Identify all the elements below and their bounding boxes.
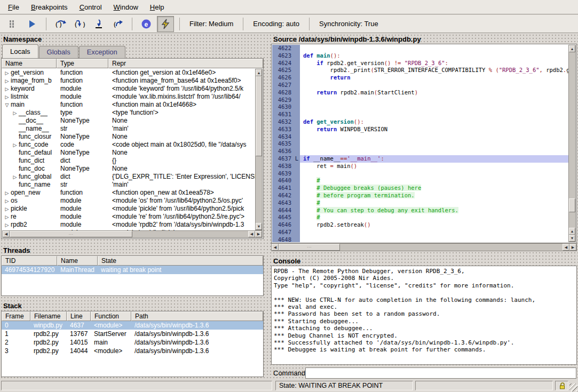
menu-window[interactable]: Window [108, 1, 144, 13]
scrollbar-thumb[interactable]: ⋯ [10, 231, 132, 237]
table-row[interactable]: ▷get_versionfunction<function get_versio… [2, 69, 255, 77]
source-line[interactable]: 4645 # [272, 214, 568, 221]
source-line[interactable]: 4644 # You can step to debug any exit ha… [272, 207, 568, 214]
table-row[interactable]: ▷__class__type<type 'function'> [2, 109, 255, 117]
menu-file[interactable]: File [2, 1, 25, 13]
go-button[interactable] [23, 16, 41, 32]
scroll-down-icon[interactable]: ▼ [256, 223, 262, 230]
column-header-frame[interactable]: Frame [2, 311, 30, 321]
source-line[interactable]: 4633 return WINPDB_VERSION [272, 126, 568, 133]
table-row[interactable]: ▷listmixmodule<module 'wx.lib.mixins.lis… [2, 93, 255, 101]
namespace-hscrollbar[interactable]: ◀ ⋯ ◀ ▶ [2, 230, 263, 238]
table-row[interactable]: ▷picklemodule<module 'pickle' from '/usr… [2, 205, 255, 213]
table-row[interactable]: ▷func_codecode<code object main at 0x180… [2, 141, 255, 149]
scroll-left-icon[interactable]: ◀ [248, 231, 255, 237]
table-row[interactable]: ▷image_from_bfunction<function image_fro… [2, 77, 255, 85]
synchronicity-button[interactable] [157, 16, 174, 32]
expander-icon[interactable]: ▷ [3, 189, 11, 197]
table-row[interactable]: __name__str'main' [2, 125, 255, 133]
expander-icon[interactable]: ▷ [3, 77, 11, 85]
column-header-type[interactable]: Type [57, 59, 108, 68]
source-line[interactable]: 4640 # [272, 177, 568, 185]
scrollbar-thumb[interactable] [569, 198, 575, 212]
column-header-path[interactable]: Path [131, 311, 263, 321]
step-button[interactable]: ( ) [71, 16, 88, 32]
source-line[interactable]: 4631 [272, 111, 568, 118]
expander-icon[interactable]: ▷ [3, 197, 11, 205]
break-button[interactable] [4, 16, 21, 32]
expander-icon[interactable]: ▷ [3, 85, 11, 93]
next-button[interactable]: () [52, 16, 69, 32]
exception-button[interactable]: e [138, 16, 155, 32]
scroll-up-icon[interactable]: ▲ [569, 45, 575, 52]
column-header-name[interactable]: Name [2, 59, 57, 68]
source-line[interactable]: 4632def get_version(): [272, 118, 568, 126]
column-header-state[interactable]: State [98, 256, 263, 266]
source-hscrollbar[interactable]: ◀ ⋯ ◀ ▶ [271, 243, 577, 251]
table-row[interactable]: __doc__NoneTypeNone [2, 117, 255, 125]
source-line[interactable]: 4627 [272, 82, 568, 89]
tab-globals[interactable]: Globals [39, 46, 78, 58]
scrollbar-thumb[interactable] [256, 76, 262, 156]
menu-control[interactable]: Control [74, 1, 108, 13]
source-line[interactable]: 4639 [272, 170, 568, 178]
expander-icon[interactable]: ▷ [3, 205, 11, 213]
scroll-up-icon[interactable]: ▲ [569, 228, 575, 235]
source-line[interactable]: 4626 return [272, 74, 568, 82]
scroll-down-icon[interactable]: ▼ [569, 235, 575, 242]
tab-exception[interactable]: Exception [79, 46, 125, 58]
source-line[interactable]: 4628 return rpdb2.main(StartClient) [272, 89, 568, 97]
source-line[interactable]: 4634 [272, 133, 568, 141]
source-line[interactable]: 4641 # Debuggee breaks (pauses) here [272, 185, 568, 192]
table-row[interactable]: 0winpdb.py4637<module>/data/sys/bin/winp… [2, 321, 263, 330]
table-row[interactable]: 2rpdb2.py14015main/data/sys/bin/winpdb-1… [2, 338, 263, 347]
source-line[interactable]: 4623def main(): [272, 52, 568, 60]
source-line[interactable]: 4646 rpdb2.setbreak() [272, 221, 568, 229]
column-header-name[interactable]: Name [57, 256, 98, 266]
column-header-repr[interactable]: Repr [108, 59, 263, 68]
expander-icon[interactable]: ▷ [3, 221, 11, 229]
source-line[interactable]: 4630 [272, 103, 568, 111]
column-header-line[interactable]: Line [67, 311, 91, 321]
source-line[interactable]: 4636 [272, 148, 568, 155]
table-row[interactable]: ▷open_newfunction<function open_new at 0… [2, 189, 255, 197]
table-row[interactable]: func_dictdict{} [2, 157, 255, 165]
scrollbar-thumb[interactable]: ⋯ [279, 244, 340, 251]
source-line[interactable]: 4629 [272, 97, 568, 104]
table-row[interactable]: func_defaulNoneTypeNone [2, 149, 255, 157]
scroll-up-icon[interactable]: ▲ [256, 69, 262, 76]
return-button[interactable]: ( [109, 16, 126, 32]
table-row[interactable]: ▷rpdb2module<module 'rpdb2' from '/data/… [2, 221, 255, 229]
command-input[interactable] [305, 367, 576, 379]
source-line[interactable]: 4643 # [272, 199, 568, 207]
expander-icon[interactable]: ▷ [11, 109, 19, 117]
source-line[interactable]: 4622 [272, 45, 568, 52]
menu-help[interactable]: Help [144, 1, 170, 13]
table-row[interactable]: 3rpdb2.py14044<module>/data/sys/bin/winp… [2, 347, 263, 355]
resize-grip[interactable] [569, 383, 577, 391]
table-row[interactable]: func_namestr'main' [2, 181, 255, 189]
expander-icon[interactable]: ▷ [3, 213, 11, 221]
tab-locals[interactable]: Locals [2, 44, 38, 58]
table-row[interactable]: ▷func_globaldict{'DLG_EXPR_TITLE': 'Ente… [2, 173, 255, 181]
table-row[interactable]: ▷remodule<module 're' from '/usr/lib64/p… [2, 213, 255, 221]
source-code-area[interactable]: 46224623def main():4624 if rpdb2.get_ver… [272, 45, 568, 242]
table-row[interactable]: 1rpdb2.py13767StartServer/data/sys/bin/w… [2, 330, 263, 338]
source-line[interactable]: 4642 # before program termination. [272, 192, 568, 199]
source-line[interactable]: 4648 [272, 236, 568, 242]
expander-icon[interactable]: ▷ [11, 141, 19, 149]
source-line[interactable]: 4635 [272, 140, 568, 148]
expander-icon[interactable]: ▷ [11, 173, 19, 181]
expander-icon[interactable]: ▷ [3, 69, 11, 77]
expander-icon[interactable]: ▽ [3, 101, 11, 109]
table-row[interactable]: func_docNoneTypeNone [2, 165, 255, 173]
menu-breakpoints[interactable]: Breakpoints [25, 1, 74, 13]
column-header-filename[interactable]: Filename [30, 311, 67, 321]
expander-icon[interactable]: ▷ [3, 93, 11, 101]
source-editor[interactable]: 46224623def main():4624 if rpdb2.get_ver… [271, 44, 577, 243]
column-header-function[interactable]: Function [91, 311, 131, 321]
source-line[interactable]: 4647 [272, 229, 568, 236]
source-line[interactable]: 4625 rpdb2._print(STR_ERROR_INTERFACE_CO… [272, 67, 568, 74]
goto-button[interactable] [90, 16, 107, 32]
source-vscrollbar[interactable]: ▲ ▲ ▼ [568, 45, 576, 242]
